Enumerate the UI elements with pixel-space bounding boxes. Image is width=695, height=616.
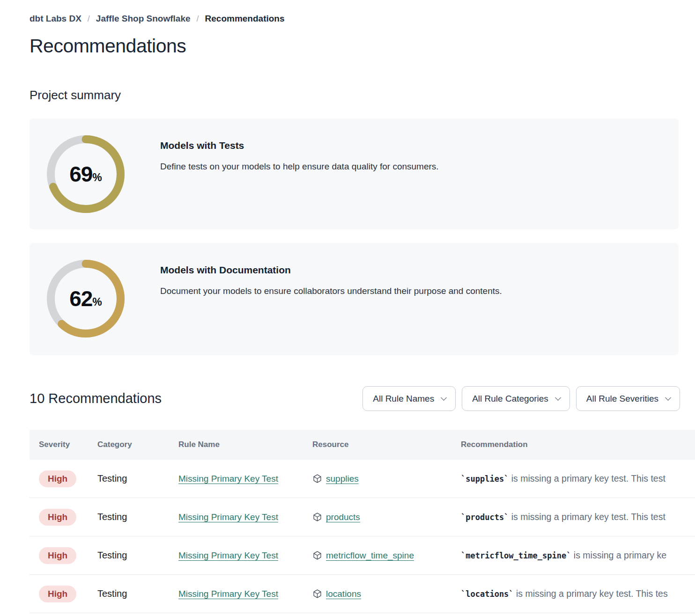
page-title: Recommendations [30, 35, 695, 57]
table-body: High Testing Missing Primary Key Test su… [30, 460, 695, 613]
recommendation-text: is missing a primary key test. This tes [514, 588, 668, 599]
card-text-block: Models with Tests Define tests on your m… [125, 118, 439, 229]
filter-rule-severities-dropdown[interactable]: All Rule Severities [576, 386, 680, 411]
breadcrumb-separator: / [197, 14, 199, 24]
recommendation-text: is missing a primary ke [571, 550, 666, 560]
recommendation-code: `metricflow_time_spine` [461, 551, 571, 560]
chevron-down-icon [665, 395, 671, 401]
recommendation-cell: `products` is missing a primary key test… [461, 512, 695, 522]
recommendations-header: 10 Recommendations All Rule Names All Ru… [30, 386, 680, 411]
resource-cell: products [312, 512, 461, 522]
filter-rule-categories-dropdown[interactable]: All Rule Categories [462, 386, 570, 411]
rule-name-link[interactable]: Missing Primary Key Test [178, 589, 278, 599]
model-cube-icon [312, 474, 322, 484]
table-row: High Testing Missing Primary Key Test me… [30, 536, 695, 575]
summary-card-models-with-documentation: 62 % Models with Documentation Document … [30, 243, 679, 355]
resource-link[interactable]: products [326, 512, 360, 522]
table-header-row: Severity Category Rule Name Resource Rec… [30, 430, 695, 460]
card-text-block: Models with Documentation Document your … [125, 243, 502, 355]
card-description: Document your models to ensure collabora… [160, 286, 502, 296]
donut-percent: 69 % [47, 135, 125, 213]
percent-value: 62 [69, 286, 92, 311]
resource-link[interactable]: supplies [326, 474, 359, 484]
filter-label: All Rule Categories [472, 394, 548, 404]
recommendation-code: `supplies` [461, 474, 509, 484]
card-description: Define tests on your models to help ensu… [160, 161, 439, 172]
severity-badge: High [39, 470, 76, 487]
filters: All Rule Names All Rule Categories All R… [362, 386, 680, 411]
resource-link[interactable]: locations [326, 589, 361, 599]
donut-chart-tests: 69 % [47, 135, 125, 213]
recommendation-cell: `metricflow_time_spine` is missing a pri… [461, 550, 695, 561]
breadcrumb-item-project[interactable]: Jaffle Shop Snowflake [96, 14, 191, 24]
rule-name-link[interactable]: Missing Primary Key Test [178, 474, 278, 484]
severity-badge: High [39, 586, 76, 602]
breadcrumb-separator: / [88, 14, 90, 24]
severity-badge: High [39, 547, 76, 564]
filter-label: All Rule Severities [586, 394, 658, 404]
page: dbt Labs DX / Jaffle Shop Snowflake / Re… [0, 0, 695, 613]
category-cell: Testing [97, 473, 178, 484]
category-cell: Testing [97, 588, 178, 599]
recommendation-cell: `supplies` is missing a primary key test… [461, 473, 695, 484]
project-summary-heading: Project summary [30, 88, 695, 103]
breadcrumb-item-current: Recommendations [205, 14, 285, 24]
percent-sign: % [92, 296, 102, 308]
percent-value: 69 [69, 161, 92, 187]
column-header-resource: Resource [312, 440, 461, 449]
model-cube-icon [312, 512, 322, 522]
table-row: High Testing Missing Primary Key Test lo… [30, 575, 695, 613]
resource-link[interactable]: metricflow_time_spine [326, 550, 414, 561]
table-row: High Testing Missing Primary Key Test su… [30, 460, 695, 498]
donut-percent: 62 % [47, 260, 125, 337]
recommendation-text: is missing a primary key test. This test [509, 512, 665, 522]
chevron-down-icon [441, 395, 447, 401]
recommendation-code: `products` [461, 513, 509, 522]
breadcrumb-item-account[interactable]: dbt Labs DX [30, 14, 81, 24]
severity-badge: High [39, 509, 76, 526]
filter-label: All Rule Names [373, 394, 434, 404]
card-title: Models with Tests [160, 140, 439, 151]
recommendations-table: Severity Category Rule Name Resource Rec… [30, 430, 695, 613]
column-header-category: Category [97, 440, 178, 449]
summary-card-models-with-tests: 69 % Models with Tests Define tests on y… [30, 118, 679, 229]
recommendation-cell: `locations` is missing a primary key tes… [461, 588, 695, 599]
resource-cell: locations [312, 589, 461, 599]
chevron-down-icon [555, 395, 561, 401]
category-cell: Testing [97, 550, 178, 561]
category-cell: Testing [97, 512, 178, 522]
recommendations-count-title: 10 Recommendations [30, 391, 162, 406]
column-header-recommendation: Recommendation [461, 440, 695, 449]
model-cube-icon [312, 589, 322, 599]
recommendation-code: `locations` [461, 589, 514, 599]
column-header-rule-name: Rule Name [178, 440, 312, 449]
resource-cell: supplies [312, 474, 461, 484]
recommendation-text: is missing a primary key test. This test [509, 473, 665, 484]
column-header-severity: Severity [39, 440, 97, 449]
percent-sign: % [92, 171, 102, 184]
model-cube-icon [312, 550, 322, 560]
rule-name-link[interactable]: Missing Primary Key Test [178, 512, 278, 522]
breadcrumb: dbt Labs DX / Jaffle Shop Snowflake / Re… [30, 0, 695, 24]
resource-cell: metricflow_time_spine [312, 550, 461, 561]
donut-chart-documentation: 62 % [47, 260, 125, 337]
card-title: Models with Documentation [160, 264, 502, 276]
rule-name-link[interactable]: Missing Primary Key Test [178, 550, 278, 560]
table-row: High Testing Missing Primary Key Test pr… [30, 498, 695, 536]
filter-rule-names-dropdown[interactable]: All Rule Names [362, 386, 456, 411]
